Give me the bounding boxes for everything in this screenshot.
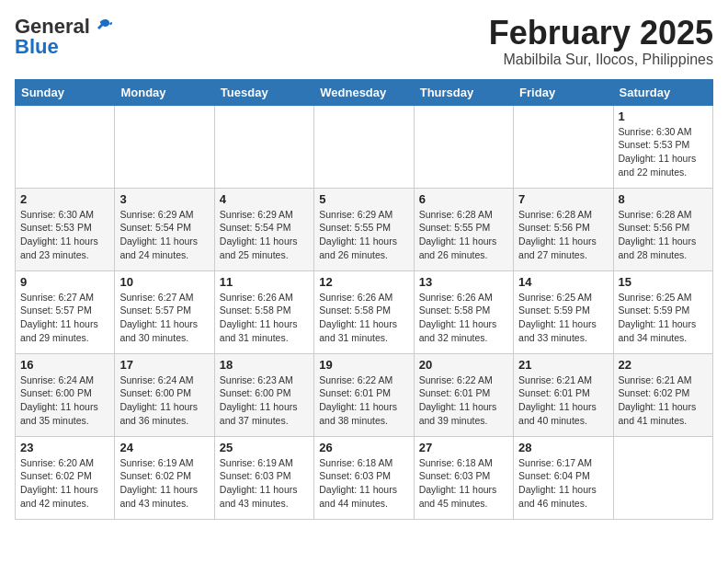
- calendar-cell: [613, 436, 712, 519]
- header-thursday: Thursday: [414, 79, 513, 105]
- calendar-cell: 9Sunrise: 6:27 AM Sunset: 5:57 PM Daylig…: [16, 270, 115, 353]
- day-number: 1: [619, 109, 708, 123]
- day-number: 19: [319, 358, 408, 372]
- calendar-cell: 28Sunrise: 6:17 AM Sunset: 6:04 PM Dayli…: [514, 436, 613, 519]
- calendar-cell: 24Sunrise: 6:19 AM Sunset: 6:02 PM Dayli…: [115, 436, 214, 519]
- calendar-cell: 5Sunrise: 6:29 AM Sunset: 5:55 PM Daylig…: [314, 188, 414, 270]
- day-number: 10: [119, 275, 209, 289]
- day-info: Sunrise: 6:21 AM Sunset: 6:02 PM Dayligh…: [619, 373, 708, 428]
- day-number: 4: [220, 192, 309, 206]
- calendar-cell: [414, 105, 513, 188]
- calendar-week-4: 23Sunrise: 6:20 AM Sunset: 6:02 PM Dayli…: [16, 436, 713, 519]
- calendar-cell: 7Sunrise: 6:28 AM Sunset: 5:56 PM Daylig…: [514, 188, 613, 270]
- calendar-cell: 14Sunrise: 6:25 AM Sunset: 5:59 PM Dayli…: [514, 270, 613, 353]
- logo-blue-text: Blue: [15, 35, 59, 59]
- calendar-cell: [314, 105, 414, 188]
- day-number: 13: [419, 275, 508, 289]
- day-info: Sunrise: 6:19 AM Sunset: 6:02 PM Dayligh…: [119, 456, 209, 511]
- day-number: 15: [619, 275, 708, 289]
- header-wednesday: Wednesday: [314, 79, 414, 105]
- day-info: Sunrise: 6:29 AM Sunset: 5:55 PM Dayligh…: [319, 208, 408, 262]
- day-info: Sunrise: 6:27 AM Sunset: 5:57 PM Dayligh…: [119, 291, 209, 345]
- day-number: 28: [518, 441, 608, 454]
- day-number: 24: [119, 441, 209, 454]
- calendar-title: February 2025: [489, 15, 713, 52]
- calendar-cell: 4Sunrise: 6:29 AM Sunset: 5:54 PM Daylig…: [214, 188, 313, 270]
- day-number: 20: [419, 358, 508, 372]
- day-number: 7: [518, 192, 608, 206]
- logo: General Blue: [15, 15, 112, 59]
- day-info: Sunrise: 6:23 AM Sunset: 6:00 PM Dayligh…: [220, 373, 309, 428]
- day-info: Sunrise: 6:27 AM Sunset: 5:57 PM Dayligh…: [20, 291, 109, 345]
- calendar-cell: 15Sunrise: 6:25 AM Sunset: 5:59 PM Dayli…: [613, 270, 712, 353]
- header-friday: Friday: [514, 79, 613, 105]
- calendar-cell: 16Sunrise: 6:24 AM Sunset: 6:00 PM Dayli…: [16, 353, 115, 436]
- day-info: Sunrise: 6:24 AM Sunset: 6:00 PM Dayligh…: [20, 373, 109, 428]
- day-info: Sunrise: 6:30 AM Sunset: 5:53 PM Dayligh…: [619, 125, 708, 179]
- calendar-cell: 27Sunrise: 6:18 AM Sunset: 6:03 PM Dayli…: [414, 436, 513, 519]
- calendar-week-0: 1Sunrise: 6:30 AM Sunset: 5:53 PM Daylig…: [16, 105, 713, 188]
- calendar-table: SundayMondayTuesdayWednesdayThursdayFrid…: [15, 79, 713, 520]
- calendar-cell: 11Sunrise: 6:26 AM Sunset: 5:58 PM Dayli…: [214, 270, 313, 353]
- calendar-cell: 26Sunrise: 6:18 AM Sunset: 6:03 PM Dayli…: [314, 436, 414, 519]
- calendar-cell: 17Sunrise: 6:24 AM Sunset: 6:00 PM Dayli…: [115, 353, 214, 436]
- header-sunday: Sunday: [16, 79, 115, 105]
- logo-bird-icon: [92, 17, 112, 37]
- calendar-week-1: 2Sunrise: 6:30 AM Sunset: 5:53 PM Daylig…: [16, 188, 713, 270]
- calendar-cell: 22Sunrise: 6:21 AM Sunset: 6:02 PM Dayli…: [613, 353, 712, 436]
- header-tuesday: Tuesday: [214, 79, 313, 105]
- day-info: Sunrise: 6:28 AM Sunset: 5:56 PM Dayligh…: [619, 208, 708, 262]
- day-number: 12: [319, 275, 408, 289]
- calendar-cell: 23Sunrise: 6:20 AM Sunset: 6:02 PM Dayli…: [16, 436, 115, 519]
- day-info: Sunrise: 6:26 AM Sunset: 5:58 PM Dayligh…: [319, 291, 408, 345]
- calendar-cell: [514, 105, 613, 188]
- calendar-cell: 1Sunrise: 6:30 AM Sunset: 5:53 PM Daylig…: [613, 105, 712, 188]
- day-info: Sunrise: 6:30 AM Sunset: 5:53 PM Dayligh…: [20, 208, 109, 262]
- header-monday: Monday: [115, 79, 214, 105]
- day-info: Sunrise: 6:22 AM Sunset: 6:01 PM Dayligh…: [419, 373, 508, 428]
- calendar-week-2: 9Sunrise: 6:27 AM Sunset: 5:57 PM Daylig…: [16, 270, 713, 353]
- day-info: Sunrise: 6:22 AM Sunset: 6:01 PM Dayligh…: [319, 373, 408, 428]
- day-info: Sunrise: 6:21 AM Sunset: 6:01 PM Dayligh…: [518, 373, 608, 428]
- day-number: 18: [220, 358, 309, 372]
- day-info: Sunrise: 6:19 AM Sunset: 6:03 PM Dayligh…: [220, 456, 309, 511]
- day-number: 3: [119, 192, 209, 206]
- day-info: Sunrise: 6:25 AM Sunset: 5:59 PM Dayligh…: [619, 291, 708, 345]
- day-number: 2: [20, 192, 109, 206]
- calendar-header-row: SundayMondayTuesdayWednesdayThursdayFrid…: [16, 79, 713, 105]
- calendar-cell: 20Sunrise: 6:22 AM Sunset: 6:01 PM Dayli…: [414, 353, 513, 436]
- day-number: 23: [20, 441, 109, 454]
- day-number: 9: [20, 275, 109, 289]
- day-number: 11: [220, 275, 309, 289]
- day-number: 5: [319, 192, 408, 206]
- day-info: Sunrise: 6:28 AM Sunset: 5:55 PM Dayligh…: [419, 208, 508, 262]
- calendar-cell: 18Sunrise: 6:23 AM Sunset: 6:00 PM Dayli…: [214, 353, 313, 436]
- calendar-cell: [16, 105, 115, 188]
- calendar-cell: 2Sunrise: 6:30 AM Sunset: 5:53 PM Daylig…: [16, 188, 115, 270]
- calendar-cell: [115, 105, 214, 188]
- calendar-cell: 6Sunrise: 6:28 AM Sunset: 5:55 PM Daylig…: [414, 188, 513, 270]
- day-number: 26: [319, 441, 408, 454]
- day-info: Sunrise: 6:26 AM Sunset: 5:58 PM Dayligh…: [419, 291, 508, 345]
- day-info: Sunrise: 6:20 AM Sunset: 6:02 PM Dayligh…: [20, 456, 109, 511]
- day-info: Sunrise: 6:17 AM Sunset: 6:04 PM Dayligh…: [518, 456, 608, 511]
- day-info: Sunrise: 6:26 AM Sunset: 5:58 PM Dayligh…: [220, 291, 309, 345]
- page-header: General Blue February 2025 Mabilbila Sur…: [15, 15, 713, 68]
- day-info: Sunrise: 6:24 AM Sunset: 6:00 PM Dayligh…: [119, 373, 209, 428]
- calendar-cell: 8Sunrise: 6:28 AM Sunset: 5:56 PM Daylig…: [613, 188, 712, 270]
- calendar-cell: 10Sunrise: 6:27 AM Sunset: 5:57 PM Dayli…: [115, 270, 214, 353]
- header-saturday: Saturday: [613, 79, 712, 105]
- day-number: 8: [619, 192, 708, 206]
- day-info: Sunrise: 6:29 AM Sunset: 5:54 PM Dayligh…: [119, 208, 209, 262]
- day-info: Sunrise: 6:25 AM Sunset: 5:59 PM Dayligh…: [518, 291, 608, 345]
- calendar-subtitle: Mabilbila Sur, Ilocos, Philippines: [489, 52, 713, 68]
- calendar-cell: 25Sunrise: 6:19 AM Sunset: 6:03 PM Dayli…: [214, 436, 313, 519]
- day-number: 17: [119, 358, 209, 372]
- calendar-cell: 19Sunrise: 6:22 AM Sunset: 6:01 PM Dayli…: [314, 353, 414, 436]
- day-number: 16: [20, 358, 109, 372]
- day-info: Sunrise: 6:18 AM Sunset: 6:03 PM Dayligh…: [319, 456, 408, 511]
- day-info: Sunrise: 6:18 AM Sunset: 6:03 PM Dayligh…: [419, 456, 508, 511]
- day-info: Sunrise: 6:29 AM Sunset: 5:54 PM Dayligh…: [220, 208, 309, 262]
- calendar-cell: [214, 105, 313, 188]
- day-number: 25: [220, 441, 309, 454]
